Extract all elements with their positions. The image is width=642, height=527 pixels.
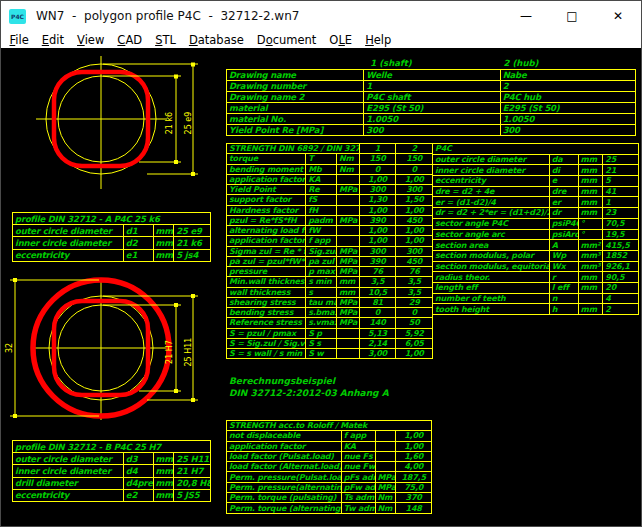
table-cell: f app [341, 431, 375, 440]
menu-stl[interactable]: STL [149, 33, 183, 47]
table-cell: P4C shaft [363, 92, 499, 102]
table-cell: 1,00 [395, 442, 431, 451]
table-cell: 21 k6 [173, 237, 210, 248]
table-row: S = pzul / pmaxS p5,135,92 [226, 328, 433, 339]
menu-file[interactable]: File [3, 33, 35, 47]
table-cell: Drawing number [227, 81, 363, 91]
table-cell: dr = d2 + 2*er = (d1+d2)/2 [433, 208, 549, 218]
table-cell: mm [336, 277, 359, 286]
table-cell: not displaceable [227, 431, 341, 440]
table-cell: e2 [123, 490, 153, 501]
table-cell: s min [305, 277, 336, 286]
dim-label-outer: 25 H11 [184, 338, 193, 367]
table-cell: mm [153, 225, 174, 236]
table-cell [336, 236, 359, 245]
table-cell: e [549, 176, 578, 186]
table-cell: pa zul = pzul*fW*fapp [227, 257, 305, 266]
cad-canvas[interactable]: 21 k6 25 e9 [1, 48, 642, 527]
table-row: Drawing nameWelleNabe [226, 69, 636, 81]
table-cell: 140 [359, 318, 396, 327]
table-row: Perm. torque (pulsating)Ts admNm370 [226, 492, 432, 503]
table-cell: Ts adm [341, 493, 375, 502]
menu-document[interactable]: Document [250, 33, 323, 47]
table-row: Min.wall thicknesss minmm3,53,5 [226, 276, 433, 287]
maximize-button[interactable]: □ [549, 1, 595, 31]
table-cell: Yield Point [227, 185, 305, 194]
menu-view[interactable]: View [71, 33, 111, 47]
close-button[interactable]: ✕ [595, 1, 641, 31]
table-row: application factorf app1,001,00 [226, 235, 433, 246]
table-cell: mm [578, 197, 603, 207]
table-cell: sector angle P4C [433, 219, 549, 229]
table-cell: eccentricity [13, 250, 123, 261]
table-cell: mm [153, 453, 174, 464]
table-cell: fW [305, 226, 336, 235]
dim-label-left: 32 [5, 343, 14, 353]
drawing-info-table: Drawing nameWelleNabeDrawing number12Dra… [226, 70, 636, 136]
table-cell: mm [578, 176, 603, 186]
table-cell: mm [336, 288, 359, 297]
table-row: section areaAmm²415,5 [432, 239, 639, 251]
table-cell: MPa [336, 267, 359, 276]
table-cell: e1 [123, 250, 153, 261]
table-row: outer circle diameterdamm25 [432, 154, 639, 166]
table-cell: number of teeth [433, 294, 549, 304]
table-cell: Sigma zul = Re * fW [227, 247, 305, 256]
table-cell: 3,5 [395, 277, 432, 286]
table-cell: shearing stress [227, 298, 305, 307]
table-header-row: profile DIN 32712 - B P4C 25 H7 [12, 440, 211, 453]
table-cell: 2 [500, 81, 635, 91]
table-cell: 2,14 [359, 339, 396, 348]
table-row: material No.1.00501.0050 [226, 113, 636, 125]
app-window: P4C WN7 - polygon profile P4C - 32712-2.… [0, 0, 642, 527]
title-bar[interactable]: P4C WN7 - polygon profile P4C - 32712-2.… [1, 1, 641, 31]
menu-ole[interactable]: OLE [323, 33, 359, 47]
dim-label-inner: 21 k6 [165, 112, 174, 134]
table-cell: 90,5 [602, 272, 638, 282]
table-cell: 1,00 [395, 206, 432, 215]
table-cell: Wx [549, 262, 578, 272]
table-row: wall thicknesssmm10,53,5 [226, 287, 433, 298]
table-cell: 41 [602, 187, 638, 197]
table-cell: s.vmax [305, 318, 336, 327]
table-cell: dre = d2 + 4e [433, 187, 549, 197]
table-cell: 926,1 [602, 262, 638, 272]
table-cell: 1,00 [395, 226, 432, 235]
app-icon: P4C [9, 9, 26, 24]
menu-edit[interactable]: Edit [35, 33, 70, 47]
table-row: outer circle diameterd1mm25 e9 [12, 224, 211, 237]
table-cell: material No. [227, 114, 363, 124]
table-cell: application factor [227, 236, 305, 245]
menu-cad[interactable]: CAD [111, 33, 149, 47]
table-row: pressurep maxMPa7676 [226, 266, 433, 277]
table-row: Reference stresss.vmaxMPa14050 [226, 317, 433, 328]
table-cell: pFw adm [341, 483, 375, 492]
minimize-button[interactable]: — [503, 1, 549, 31]
table-row: S = s wall / s minS w3,001,00 [226, 348, 433, 359]
table-cell: bending stress [227, 308, 305, 317]
strength-roloff-table: STRENGTH acc.to Roloff / Matek not displ… [226, 421, 432, 514]
table-cell: da [549, 155, 578, 165]
menu-database[interactable]: Database [182, 33, 250, 47]
table-row: eccentricitye1mm5 js4 [12, 249, 211, 262]
table-header-row: STRENGTH acc.to Roloff / Matek [226, 420, 432, 431]
table-cell: KA [341, 442, 375, 451]
table-row: outer circle diameterd3mm25 H11 [12, 452, 211, 465]
table-cell: h [549, 304, 578, 314]
table-cell: E295 (St 50) [363, 103, 499, 113]
table-cell [336, 206, 359, 215]
dim-label-inner: 21 H7 [165, 340, 174, 364]
menu-help[interactable]: Help [359, 33, 398, 47]
table-row: pa zul = pzul*fW*fapppa zulMPa390450 [226, 256, 433, 267]
table-cell: outer circle diameter [13, 225, 123, 236]
table-title: STRENGTH DIN 6892 / DIN 32712 [227, 144, 359, 153]
table-cell: Nm [336, 154, 359, 163]
table-row: application factorKA1,001,00 [226, 174, 433, 185]
table-row: shearing stresstau maxMPa8129 [226, 297, 433, 308]
table-cell: 29 [395, 298, 432, 307]
table-cell: Yield Point Re [MPa] [227, 125, 363, 135]
table-cell: S = s wall / s min [227, 349, 305, 358]
table-cell: r [549, 272, 578, 282]
table-row: torqueTNm150150 [226, 153, 433, 164]
table-cell: 1.0050 [500, 114, 635, 124]
